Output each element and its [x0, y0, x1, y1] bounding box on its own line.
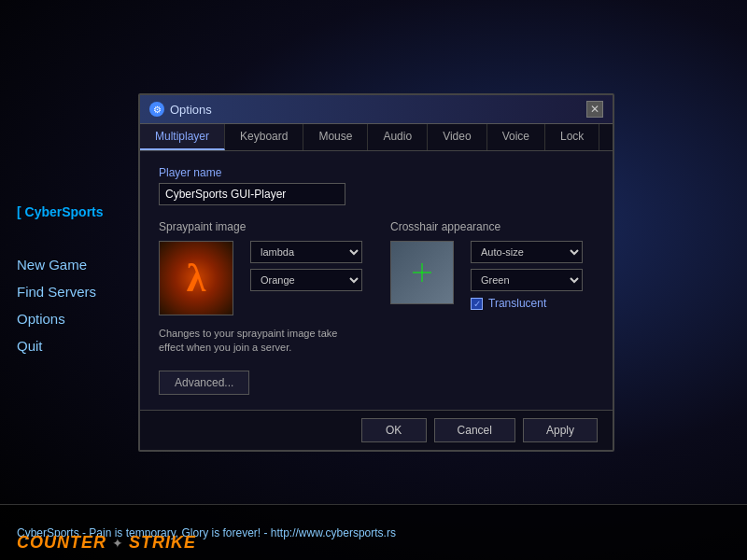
- cs-logo-strike: STRIKE: [129, 533, 196, 553]
- crosshair-preview: [390, 241, 454, 304]
- translucent-checkbox[interactable]: ✓: [471, 298, 483, 310]
- sidebar-item-quit[interactable]: Quit: [17, 336, 128, 356]
- dialog-title: Options: [170, 103, 212, 117]
- dialog-footer: OK Cancel Apply: [140, 410, 613, 450]
- options-dialog: ⚙ Options ✕ Multiplayer Keyboard Mouse A…: [138, 93, 614, 452]
- tab-multiplayer[interactable]: Multiplayer: [140, 124, 225, 150]
- tab-keyboard[interactable]: Keyboard: [225, 124, 303, 150]
- spray-note: Changes to your spraypaint image take ef…: [159, 327, 362, 356]
- player-name-input[interactable]: [159, 183, 345, 205]
- cs-logo: COUNTER ✦ STRIKE: [17, 533, 196, 553]
- cs-logo-counter: COUNTER: [17, 533, 106, 553]
- tab-lock[interactable]: Lock: [545, 124, 599, 150]
- spray-section: Spraypaint image λ lambda skull spray1: [159, 220, 362, 356]
- crosshair-size-row: Auto-size Small Medium Large: [471, 241, 583, 263]
- tab-mouse[interactable]: Mouse: [303, 124, 368, 150]
- dialog-close-button[interactable]: ✕: [586, 101, 603, 118]
- crosshair-section: Crosshair appearance Auto-size: [390, 220, 594, 356]
- crosshair-dropdowns: Auto-size Small Medium Large Green Red B…: [471, 241, 583, 310]
- tab-video[interactable]: Video: [428, 124, 486, 150]
- dialog-title-group: ⚙ Options: [149, 102, 212, 117]
- cs-logo-icon: ✦: [112, 536, 123, 551]
- crosshair-horizontal: [413, 273, 431, 273]
- sidebar-item-find-servers[interactable]: Find Servers: [17, 282, 128, 301]
- spray-dropdowns: lambda skull spray1 Orange Red Blue Gree…: [250, 241, 362, 297]
- crosshair-color-select[interactable]: Green Red Blue Yellow Cyan: [471, 269, 583, 291]
- spray-type-select[interactable]: lambda skull spray1: [250, 241, 362, 263]
- dialog-icon: ⚙: [149, 102, 164, 117]
- tab-bar: Multiplayer Keyboard Mouse Audio Video V…: [140, 124, 613, 151]
- tab-voice[interactable]: Voice: [487, 124, 545, 150]
- spray-preview: λ: [159, 241, 233, 315]
- spray-color-select[interactable]: Orange Red Blue Green: [250, 269, 362, 291]
- spray-section-label: Spraypaint image: [159, 220, 362, 233]
- spray-color-row: Orange Red Blue Green: [250, 269, 362, 291]
- translucent-row: ✓ Translucent: [471, 297, 583, 310]
- dialog-content: Player name Spraypaint image λ lambda sk…: [140, 151, 613, 410]
- crosshair-lines: [391, 242, 453, 303]
- crosshair-color-row: Green Red Blue Yellow Cyan: [471, 269, 583, 291]
- apply-button[interactable]: Apply: [523, 418, 598, 442]
- player-name-label: Player name: [159, 166, 594, 179]
- bottom-bar: CyberSports - Pain is temporary, Glory i…: [0, 504, 747, 560]
- cancel-button[interactable]: Cancel: [434, 418, 515, 442]
- crosshair-size-select[interactable]: Auto-size Small Medium Large: [471, 241, 583, 263]
- sidebar-logo: [ CyberSports: [17, 204, 128, 219]
- translucent-label: Translucent: [488, 297, 546, 310]
- sidebar-item-new-game[interactable]: New Game: [17, 255, 128, 274]
- options-sections: Spraypaint image λ lambda skull spray1: [159, 220, 594, 356]
- crosshair-section-label: Crosshair appearance: [390, 220, 594, 233]
- spray-type-row: lambda skull spray1: [250, 241, 362, 263]
- sidebar-item-options[interactable]: Options: [17, 309, 128, 329]
- dialog-titlebar: ⚙ Options ✕: [140, 95, 613, 124]
- ok-button[interactable]: OK: [361, 418, 427, 442]
- lambda-icon: λ: [187, 256, 206, 301]
- advanced-button[interactable]: Advanced...: [159, 371, 249, 395]
- check-icon: ✓: [473, 299, 481, 309]
- tab-audio[interactable]: Audio: [368, 124, 428, 150]
- sidebar: [ CyberSports New Game Find Servers Opti…: [0, 0, 145, 560]
